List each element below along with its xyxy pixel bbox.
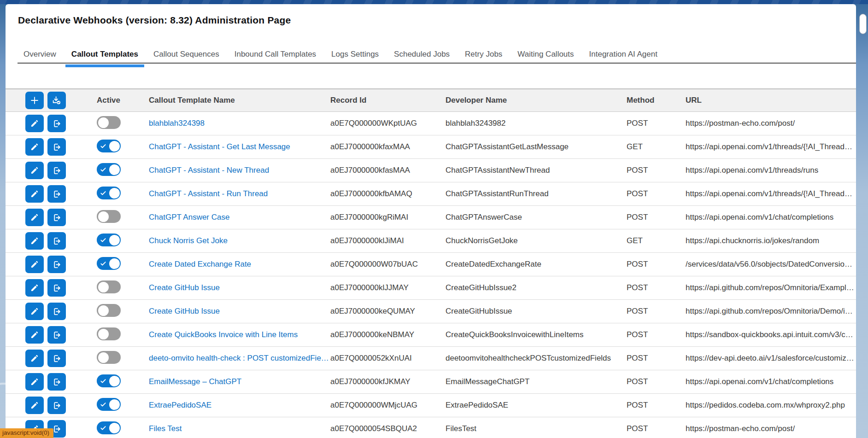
- developer-name-cell: ChuckNorrisGetJoke: [446, 236, 627, 245]
- edit-button[interactable]: [25, 232, 44, 250]
- export-button[interactable]: [47, 303, 66, 320]
- edit-button[interactable]: [25, 138, 44, 156]
- url-cell: https://api.openai.com/v1/threads/{!AI_T…: [686, 189, 856, 199]
- export-button[interactable]: [47, 397, 66, 414]
- active-toggle[interactable]: [97, 327, 121, 340]
- add-template-button[interactable]: [25, 92, 44, 109]
- export-icon: [52, 119, 62, 128]
- export-icon: [52, 401, 62, 410]
- url-cell: https://postman-echo.com/post/: [686, 119, 856, 128]
- template-name-link[interactable]: Create GitHub Issue: [149, 307, 220, 315]
- col-header-active: Active: [91, 96, 149, 105]
- active-toggle[interactable]: [97, 374, 121, 387]
- url-cell: https://postman-echo.com/post/: [686, 424, 856, 433]
- export-button[interactable]: [47, 138, 66, 156]
- tab-scheduled-jobs[interactable]: Scheduled Jobs: [388, 47, 456, 65]
- table-row: Chuck Norris Get Joke a0EJ7000000klJiMAI…: [6, 229, 856, 253]
- template-name-link[interactable]: ChatGPT Answer Case: [149, 213, 229, 222]
- tab-integration-ai-agent[interactable]: Integration AI Agent: [583, 47, 663, 65]
- active-toggle[interactable]: [97, 163, 121, 176]
- vertical-scrollbar-thumb[interactable]: [859, 14, 867, 34]
- edit-button[interactable]: [25, 326, 44, 344]
- method-cell: POST: [627, 166, 686, 175]
- active-toggle[interactable]: [97, 351, 121, 364]
- active-toggle[interactable]: [97, 234, 121, 246]
- tab-callout-templates[interactable]: Callout Templates: [65, 47, 144, 65]
- admin-page-card: Declarative Webhooks (version: 8.32) Adm…: [6, 4, 856, 438]
- active-toggle[interactable]: [97, 116, 121, 129]
- export-button[interactable]: [47, 185, 66, 203]
- tab-retry-jobs[interactable]: Retry Jobs: [459, 47, 508, 65]
- export-icon: [52, 236, 62, 246]
- active-toggle[interactable]: [97, 257, 121, 270]
- edit-button[interactable]: [25, 115, 44, 132]
- edit-button[interactable]: [25, 256, 44, 273]
- record-id-cell: a0EJ7000000kfaxMAA: [330, 142, 446, 152]
- toggle-knob: [98, 352, 109, 363]
- tab-callout-sequences[interactable]: Callout Sequences: [147, 47, 225, 65]
- export-icon: [52, 354, 62, 363]
- active-toggle[interactable]: [97, 140, 121, 152]
- edit-button[interactable]: [25, 350, 44, 367]
- active-toggle[interactable]: [97, 210, 121, 223]
- active-toggle[interactable]: [97, 304, 121, 317]
- export-icon: [52, 260, 62, 269]
- toggle-knob: [109, 188, 120, 199]
- template-name-link[interactable]: EmailMessage – ChatGPT: [149, 377, 241, 386]
- tab-logs-settings[interactable]: Logs Settings: [325, 47, 385, 65]
- export-button[interactable]: [47, 256, 66, 273]
- developer-name-cell: EmailMessageChatGPT: [446, 377, 627, 386]
- template-name-link[interactable]: ChatGPT - Assistant - Get Last Message: [149, 142, 290, 151]
- developer-name-cell: ChatGPTAnswerCase: [446, 213, 627, 222]
- export-button[interactable]: [47, 115, 66, 132]
- template-name-link[interactable]: ChatGPT - Assistant - New Thread: [149, 166, 269, 175]
- template-name-link[interactable]: Files Test: [149, 424, 182, 433]
- template-name-link[interactable]: ExtraePedidoSAE: [149, 401, 211, 409]
- active-toggle[interactable]: [97, 187, 121, 199]
- tab-inbound-call-templates[interactable]: Inbound Call Templates: [229, 47, 322, 65]
- export-button[interactable]: [47, 279, 66, 297]
- export-button[interactable]: [47, 373, 66, 391]
- check-icon: [100, 260, 106, 269]
- export-button[interactable]: [47, 209, 66, 226]
- url-cell: /services/data/v56.0/sobjects/DatedConve…: [686, 260, 856, 269]
- url-cell: https://sandbox-quickbooks.api.intuit.co…: [686, 330, 856, 339]
- template-name-link[interactable]: deeto-omvito health-check : POST customi…: [149, 354, 329, 362]
- table-row: Create GitHub Issue a0EJ7000000klJJMAY C…: [6, 276, 856, 300]
- check-icon: [100, 190, 106, 198]
- edit-button[interactable]: [25, 373, 44, 391]
- tab-waiting-callouts[interactable]: Waiting Callouts: [511, 47, 580, 65]
- tab-overview[interactable]: Overview: [18, 47, 62, 65]
- active-toggle[interactable]: [97, 398, 121, 411]
- edit-button[interactable]: [25, 397, 44, 414]
- import-templates-button[interactable]: [47, 92, 66, 109]
- edit-button[interactable]: [25, 279, 44, 297]
- table-row: ChatGPT - Assistant - Run Thread a0EJ700…: [6, 182, 856, 206]
- developer-name-cell: deetoomvitohealthcheckPOSTcustomizedFiel…: [446, 354, 627, 363]
- template-name-link[interactable]: blahblah324398: [149, 119, 205, 128]
- record-id-cell: a0EJ7000000keNBMAY: [330, 330, 446, 339]
- export-button[interactable]: [47, 162, 66, 179]
- edit-button[interactable]: [25, 185, 44, 203]
- toggle-knob: [109, 399, 120, 410]
- template-name-link[interactable]: Create GitHub Issue: [149, 283, 220, 292]
- export-icon: [52, 142, 62, 152]
- template-name-link[interactable]: Create QuickBooks Invoice with Line Item…: [149, 330, 298, 339]
- active-toggle[interactable]: [97, 421, 121, 434]
- export-icon: [52, 330, 62, 340]
- url-cell: https://api.openai.com/v1/threads/runs: [686, 166, 856, 175]
- url-cell: https://api.openai.com/v1/threads/{!AI_T…: [686, 142, 856, 152]
- edit-button[interactable]: [25, 162, 44, 179]
- template-name-link[interactable]: ChatGPT - Assistant - Run Thread: [149, 189, 268, 198]
- active-toggle[interactable]: [97, 280, 121, 293]
- template-name-link[interactable]: Chuck Norris Get Joke: [149, 236, 228, 245]
- edit-button[interactable]: [25, 303, 44, 320]
- template-name-link[interactable]: Create Dated Exchange Rate: [149, 260, 251, 269]
- toggle-knob: [109, 235, 120, 245]
- record-id-cell: a0EJ7000000klJJMAY: [330, 283, 446, 292]
- export-button[interactable]: [47, 350, 66, 367]
- col-header-name: Callout Template Name: [149, 96, 330, 105]
- export-button[interactable]: [47, 232, 66, 250]
- edit-button[interactable]: [25, 209, 44, 226]
- export-button[interactable]: [47, 326, 66, 344]
